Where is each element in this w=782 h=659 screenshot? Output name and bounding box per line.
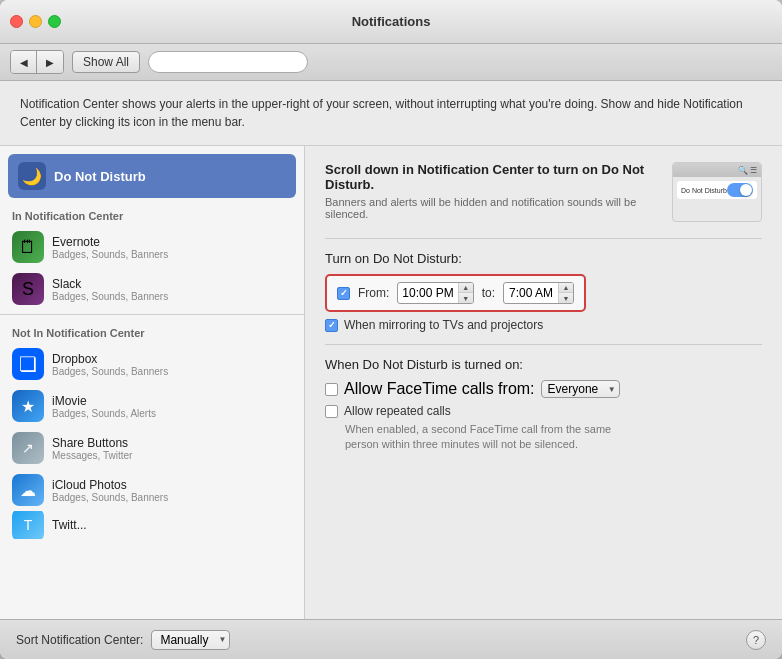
facetime-select-wrapper: Everyone Favorites Contacts ▼	[541, 380, 620, 398]
evernote-name: Evernote	[52, 235, 168, 249]
right-panel: Scroll down in Notification Center to tu…	[305, 146, 782, 619]
main-window: Notifications ◀ ▶ Show All 🔍 Notificatio…	[0, 0, 782, 659]
sort-select-wrapper: Manually By App ▼	[151, 630, 230, 650]
twitter-info: Twitt...	[52, 518, 87, 532]
window-title: Notifications	[352, 14, 431, 29]
search-input[interactable]	[148, 51, 308, 73]
share-buttons-name: Share Buttons	[52, 436, 132, 450]
share-buttons-sub: Messages, Twitter	[52, 450, 132, 461]
list-item[interactable]: 🗒 Evernote Badges, Sounds, Banners	[0, 226, 304, 268]
back-button[interactable]: ◀	[11, 51, 37, 73]
search-wrapper: 🔍	[148, 51, 308, 73]
to-time-value[interactable]: 7:00 AM	[504, 285, 558, 301]
slack-name: Slack	[52, 277, 168, 291]
dnd-scroll-sub: Banners and alerts will be hidden and no…	[325, 196, 656, 220]
icloud-name: iCloud Photos	[52, 478, 168, 492]
twitter-name: Twitt...	[52, 518, 87, 532]
imovie-name: iMovie	[52, 394, 156, 408]
evernote-info: Evernote Badges, Sounds, Banners	[52, 235, 168, 260]
dnd-scroll-text: Scroll down in Notification Center to tu…	[325, 162, 656, 220]
icloud-info: iCloud Photos Badges, Sounds, Banners	[52, 478, 168, 503]
from-time-stepper: ▲ ▼	[458, 283, 473, 303]
repeated-calls-checkbox[interactable]	[325, 405, 338, 418]
description-bar: Notification Center shows your alerts in…	[0, 81, 782, 146]
dnd-preview: 🔍 ☰ Do Not Disturb	[672, 162, 762, 222]
evernote-icon: 🗒	[12, 231, 44, 263]
imovie-icon: ★	[12, 390, 44, 422]
nav-buttons: ◀ ▶	[10, 50, 64, 74]
share-buttons-icon: ↗	[12, 432, 44, 464]
list-item[interactable]: ★ iMovie Badges, Sounds, Alerts	[0, 385, 304, 427]
traffic-lights	[10, 15, 61, 28]
icloud-sub: Badges, Sounds, Banners	[52, 492, 168, 503]
facetime-label: Allow FaceTime calls from:	[344, 380, 535, 398]
close-button[interactable]	[10, 15, 23, 28]
preview-notification: Do Not Disturb	[677, 181, 757, 199]
sort-select[interactable]: Manually By App	[151, 630, 230, 650]
preview-search-icon: 🔍	[738, 166, 748, 175]
sidebar-divider	[0, 314, 304, 315]
evernote-sub: Badges, Sounds, Banners	[52, 249, 168, 260]
slack-icon: S	[12, 273, 44, 305]
mirroring-row: When mirroring to TVs and projectors	[325, 318, 762, 332]
from-label: From:	[358, 286, 389, 300]
slack-info: Slack Badges, Sounds, Banners	[52, 277, 168, 302]
dnd-icon: 🌙	[18, 162, 46, 190]
forward-button[interactable]: ▶	[37, 51, 63, 73]
facetime-row: Allow FaceTime calls from: Everyone Favo…	[325, 380, 762, 398]
titlebar: Notifications	[0, 0, 782, 44]
to-time-stepper: ▲ ▼	[558, 283, 573, 303]
dnd-scroll-title: Scroll down in Notification Center to tu…	[325, 162, 656, 192]
to-label: to:	[482, 286, 495, 300]
not-in-notification-center-header: Not In Notification Center	[0, 319, 304, 343]
dnd-scroll-section: Scroll down in Notification Center to tu…	[325, 162, 762, 222]
section-divider-1	[325, 238, 762, 239]
repeated-calls-label: Allow repeated calls	[344, 404, 451, 418]
bottom-bar: Sort Notification Center: Manually By Ap…	[0, 619, 782, 659]
dropbox-info: Dropbox Badges, Sounds, Banners	[52, 352, 168, 377]
content-area: Notification Center shows your alerts in…	[0, 81, 782, 619]
from-time-down[interactable]: ▼	[459, 293, 473, 303]
minimize-button[interactable]	[29, 15, 42, 28]
sidebar-item-dnd[interactable]: 🌙 Do Not Disturb	[8, 154, 296, 198]
to-time-up[interactable]: ▲	[559, 283, 573, 293]
mirroring-label: When mirroring to TVs and projectors	[344, 318, 543, 332]
share-buttons-info: Share Buttons Messages, Twitter	[52, 436, 132, 461]
facetime-select[interactable]: Everyone Favorites Contacts	[541, 380, 620, 398]
dropbox-name: Dropbox	[52, 352, 168, 366]
to-time-down[interactable]: ▼	[559, 293, 573, 303]
sort-label: Sort Notification Center:	[16, 633, 143, 647]
dropbox-icon: ❏	[12, 348, 44, 380]
repeated-calls-row: Allow repeated calls	[325, 404, 762, 418]
list-item[interactable]: S Slack Badges, Sounds, Banners	[0, 268, 304, 310]
from-to-checkbox[interactable]	[337, 287, 350, 300]
icloud-icon: ☁	[12, 474, 44, 506]
show-all-button[interactable]: Show All	[72, 51, 140, 73]
main-content: 🌙 Do Not Disturb In Notification Center …	[0, 146, 782, 619]
sidebar: 🌙 Do Not Disturb In Notification Center …	[0, 146, 305, 619]
dropbox-sub: Badges, Sounds, Banners	[52, 366, 168, 377]
facetime-checkbox[interactable]	[325, 383, 338, 396]
help-button[interactable]: ?	[746, 630, 766, 650]
when-dnd-title: When Do Not Disturb is turned on:	[325, 357, 762, 372]
dnd-label: Do Not Disturb	[54, 169, 146, 184]
twitter-icon: T	[12, 511, 44, 539]
repeated-calls-sub: When enabled, a second FaceTime call fro…	[345, 422, 625, 453]
preview-dnd-toggle	[727, 183, 753, 197]
from-time-value[interactable]: 10:00 PM	[398, 285, 457, 301]
list-item[interactable]: ↗ Share Buttons Messages, Twitter	[0, 427, 304, 469]
list-item[interactable]: ☁ iCloud Photos Badges, Sounds, Banners	[0, 469, 304, 511]
imovie-info: iMovie Badges, Sounds, Alerts	[52, 394, 156, 419]
list-item[interactable]: ❏ Dropbox Badges, Sounds, Banners	[0, 343, 304, 385]
zoom-button[interactable]	[48, 15, 61, 28]
from-time-field: 10:00 PM ▲ ▼	[397, 282, 473, 304]
toolbar: ◀ ▶ Show All 🔍	[0, 44, 782, 81]
description-text: Notification Center shows your alerts in…	[20, 97, 743, 129]
mirroring-checkbox[interactable]	[325, 319, 338, 332]
in-notification-center-header: In Notification Center	[0, 202, 304, 226]
list-item[interactable]: T Twitt...	[0, 511, 304, 539]
from-time-up[interactable]: ▲	[459, 283, 473, 293]
turn-on-label: Turn on Do Not Disturb:	[325, 251, 762, 266]
preview-dnd-label: Do Not Disturb	[681, 187, 727, 194]
when-dnd-section: When Do Not Disturb is turned on: Allow …	[325, 357, 762, 453]
